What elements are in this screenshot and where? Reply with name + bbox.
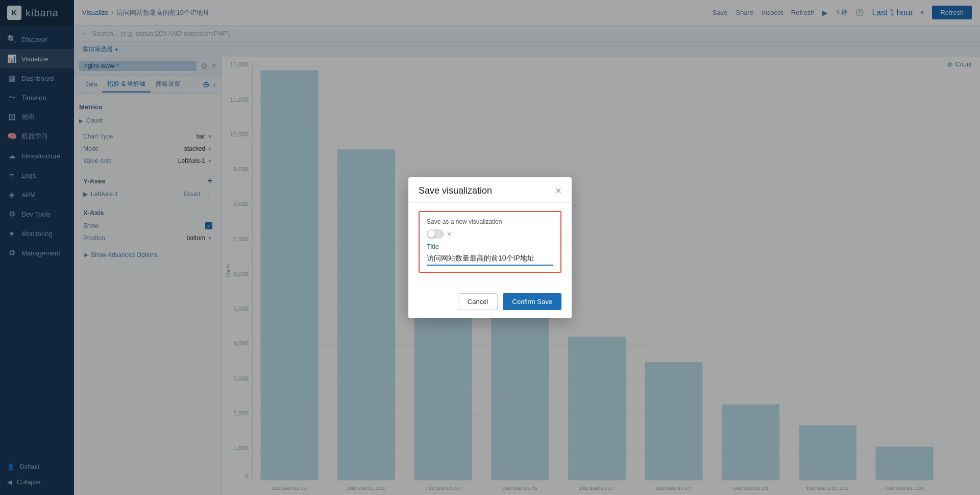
dialog-close-button[interactable]: × bbox=[555, 185, 561, 196]
dialog-header: Save visualization × bbox=[408, 177, 572, 203]
save-as-label: Save as a new visualization bbox=[427, 218, 553, 225]
toggle-x-icon[interactable]: × bbox=[447, 230, 451, 238]
save-as-toggle[interactable] bbox=[427, 229, 444, 239]
toggle-row: × bbox=[427, 229, 553, 239]
modal-overlay: Save visualization × Save as a new visua… bbox=[0, 0, 980, 495]
cancel-button[interactable]: Cancel bbox=[458, 293, 498, 310]
save-as-section: Save as a new visualization × Title bbox=[419, 211, 561, 273]
dialog-footer: Cancel Confirm Save bbox=[408, 287, 572, 318]
confirm-save-button[interactable]: Confirm Save bbox=[503, 293, 561, 310]
save-dialog: Save visualization × Save as a new visua… bbox=[408, 177, 572, 318]
dialog-body: Save as a new visualization × Title bbox=[408, 203, 572, 287]
dialog-title: Save visualization bbox=[419, 185, 492, 196]
title-input[interactable] bbox=[427, 252, 553, 266]
title-field-label: Title bbox=[427, 243, 553, 250]
